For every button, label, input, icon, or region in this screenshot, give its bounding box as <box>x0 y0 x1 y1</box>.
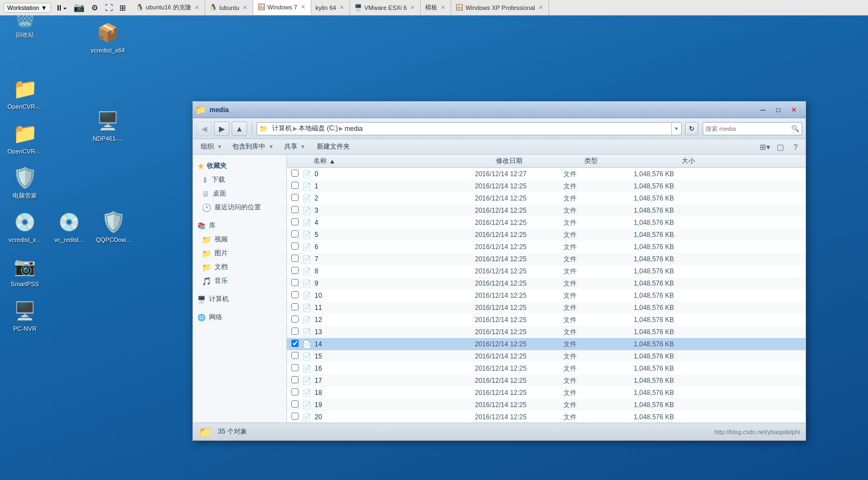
preview-button[interactable]: ▢ <box>773 141 787 153</box>
row-checkbox[interactable] <box>291 206 302 215</box>
computer-heading[interactable]: 🖥️ 计算机 <box>193 292 286 306</box>
table-row[interactable]: 📄 17 2016/12/14 12:25 文件 1,048,576 KB <box>287 374 806 387</box>
desktop-icon-opencvr1[interactable]: 📁 OpenCVR-... <box>6 77 44 110</box>
tab-close-ubuntu16[interactable]: ✕ <box>194 4 200 11</box>
share-menu[interactable]: 共享 ▼ <box>280 140 310 153</box>
table-row[interactable]: 📄 13 2016/12/14 12:25 文件 1,048,576 KB <box>287 326 806 338</box>
sidebar-item-documents[interactable]: 📁 文档 <box>193 260 286 274</box>
tab-close-xp[interactable]: ✕ <box>537 4 544 11</box>
up-button[interactable]: ▲ <box>232 122 247 136</box>
view-btn[interactable]: ⊞ <box>117 2 128 13</box>
table-row[interactable]: 📄 9 2016/12/14 12:25 文件 1,048,576 KB <box>287 277 806 289</box>
col-name-header[interactable]: 名称 ▲ <box>313 156 496 166</box>
row-checkbox[interactable] <box>291 279 302 288</box>
sidebar-item-recent[interactable]: 🕐 最近访问的位置 <box>193 201 286 214</box>
tab-vmwareesxi6[interactable]: 🖥️ VMware ESXi 6 ✕ <box>350 0 421 15</box>
path-part-drive[interactable]: 本地磁盘 (C:) <box>299 124 338 133</box>
row-checkbox[interactable] <box>291 182 302 191</box>
table-row[interactable]: 📄 8 2016/12/14 12:25 文件 1,048,576 KB <box>287 265 806 277</box>
tab-windows7[interactable]: 🪟 Windows 7 ✕ <box>253 0 311 15</box>
col-date-header[interactable]: 修改日期 <box>496 156 584 166</box>
desktop-icon-opencvr2[interactable]: 📁 OpenCVR-... <box>6 122 44 155</box>
tab-template[interactable]: 模板 ✕ <box>421 0 451 15</box>
tab-windowsxp[interactable]: 🪟 Windows XP Professional ✕ <box>451 0 549 15</box>
row-checkbox[interactable] <box>291 413 302 421</box>
path-part-computer[interactable]: 计算机 <box>272 124 292 133</box>
col-type-header[interactable]: 类型 <box>584 156 629 166</box>
search-bar[interactable]: 🔍 <box>703 122 802 135</box>
row-checkbox[interactable] <box>291 230 302 239</box>
row-checkbox[interactable] <box>291 388 302 397</box>
tab-close-kylin64[interactable]: ✕ <box>338 4 345 11</box>
pause-btn[interactable]: ⏸▾ <box>53 2 69 13</box>
desktop-icon-vcredist64[interactable]: 📦 vcredist_x64 <box>88 21 127 54</box>
table-row[interactable]: 📄 2 2016/12/14 12:25 文件 1,048,576 KB <box>287 192 806 204</box>
search-icon[interactable]: 🔍 <box>791 125 799 133</box>
table-row[interactable]: 📄 0 2016/12/14 12:27 文件 1,048,576 KB <box>287 168 806 180</box>
table-row[interactable]: 📄 5 2016/12/14 12:25 文件 1,048,576 KB <box>287 229 806 241</box>
table-row[interactable]: 📄 7 2016/12/14 12:25 文件 1,048,576 KB <box>287 253 806 265</box>
row-checkbox[interactable] <box>291 291 302 300</box>
row-checkbox[interactable] <box>291 328 302 336</box>
back-button[interactable]: ◀ <box>196 122 212 136</box>
desktop-icon-computer-mgr[interactable]: 🛡️ 电脑管家 <box>6 166 44 199</box>
row-checkbox[interactable] <box>291 194 302 203</box>
settings-btn[interactable]: ⚙ <box>89 2 101 13</box>
desktop-icon-smartpss[interactable]: 📷 SmartPSS <box>6 255 44 288</box>
row-checkbox[interactable] <box>291 400 302 409</box>
table-row[interactable]: 📄 1 2016/12/14 12:25 文件 1,048,576 KB <box>287 180 806 192</box>
view-toggle-button[interactable]: ⊞▾ <box>758 141 771 153</box>
row-checkbox[interactable] <box>291 170 302 178</box>
row-checkbox[interactable] <box>291 303 302 312</box>
row-checkbox[interactable] <box>291 340 302 349</box>
new-folder-button[interactable]: 新建文件夹 <box>311 140 355 153</box>
address-bar[interactable]: 📁 计算机 ▶ 本地磁盘 (C:) ▶ media ▾ <box>257 122 682 135</box>
row-checkbox[interactable] <box>291 376 302 385</box>
col-size-header[interactable]: 大小 <box>629 156 695 166</box>
forward-button[interactable]: ▶ <box>214 122 229 136</box>
table-row[interactable]: 📄 11 2016/12/14 12:25 文件 1,048,576 KB <box>287 302 806 314</box>
desktop-icon-vcredist-x[interactable]: 💿 vcredist_x... <box>6 210 44 244</box>
tab-lubuntu[interactable]: 🐧 lubuntu ✕ <box>205 0 253 15</box>
search-input[interactable] <box>705 125 789 132</box>
tab-close-windows7[interactable]: ✕ <box>300 3 306 10</box>
maximize-button[interactable]: □ <box>771 104 786 115</box>
workstation-menu[interactable]: Workstation ▼ <box>3 3 51 13</box>
library-heading[interactable]: 📚 库 <box>193 219 286 233</box>
network-heading[interactable]: 🌐 网络 <box>193 310 286 324</box>
table-row[interactable]: 📄 4 2016/12/14 12:25 文件 1,048,576 KB <box>287 217 806 229</box>
sidebar-item-music[interactable]: 🎵 音乐 <box>193 274 286 288</box>
table-row[interactable]: 📄 14 2016/12/14 12:25 文件 1,048,576 KB <box>287 338 806 350</box>
desktop-icon-pc-nvr[interactable]: 🖥️ PC-NVR <box>6 299 44 333</box>
row-checkbox[interactable] <box>291 255 302 263</box>
desktop-icon-ndp461[interactable]: 🖥️ NDP461-... <box>88 109 127 143</box>
table-row[interactable]: 📄 3 2016/12/14 12:25 文件 1,048,576 KB <box>287 204 806 217</box>
tab-close-esxi6[interactable]: ✕ <box>409 4 416 11</box>
row-checkbox[interactable] <box>291 364 302 373</box>
fullscreen-btn[interactable]: ⛶ <box>103 2 115 13</box>
table-row[interactable]: 📄 6 2016/12/14 12:25 文件 1,048,576 KB <box>287 241 806 253</box>
tab-kylin64[interactable]: kylin 64 ✕ <box>311 0 350 15</box>
sidebar-item-videos[interactable]: 📁 视频 <box>193 233 286 246</box>
table-row[interactable]: 📄 15 2016/12/14 12:25 文件 1,048,576 KB <box>287 350 806 362</box>
table-row[interactable]: 📄 19 2016/12/14 12:25 文件 1,048,576 KB <box>287 399 806 411</box>
refresh-button[interactable]: ↻ <box>685 122 698 135</box>
tab-ubuntu16[interactable]: 🐧 ubuntu16 的克隆 ✕ <box>132 0 205 15</box>
row-checkbox[interactable] <box>291 218 302 227</box>
desktop-icon-vc-redist[interactable]: 💿 vc_redist... <box>50 210 88 244</box>
path-part-media[interactable]: media <box>344 125 363 133</box>
include-library-menu[interactable]: 包含到库中 ▼ <box>228 140 278 153</box>
tab-close-template[interactable]: ✕ <box>440 4 446 11</box>
table-row[interactable]: 📄 18 2016/12/14 12:25 文件 1,048,576 KB <box>287 387 806 399</box>
table-row[interactable]: 📄 12 2016/12/14 12:25 文件 1,048,576 KB <box>287 314 806 326</box>
tab-close-lubuntu[interactable]: ✕ <box>242 4 248 11</box>
row-checkbox[interactable] <box>291 315 302 324</box>
minimize-button[interactable]: ─ <box>756 104 770 115</box>
table-row[interactable]: 📄 16 2016/12/14 12:25 文件 1,048,576 KB <box>287 362 806 374</box>
address-dropdown[interactable]: ▾ <box>671 123 681 135</box>
sidebar-item-downloads[interactable]: ⬇ 下载 <box>193 173 286 187</box>
snapshot-btn[interactable]: 📷 <box>71 1 87 14</box>
table-row[interactable]: 📄 10 2016/12/14 12:25 文件 1,048,576 KB <box>287 289 806 302</box>
close-button[interactable]: ✕ <box>787 104 801 115</box>
sidebar-item-pictures[interactable]: 📁 图片 <box>193 246 286 260</box>
